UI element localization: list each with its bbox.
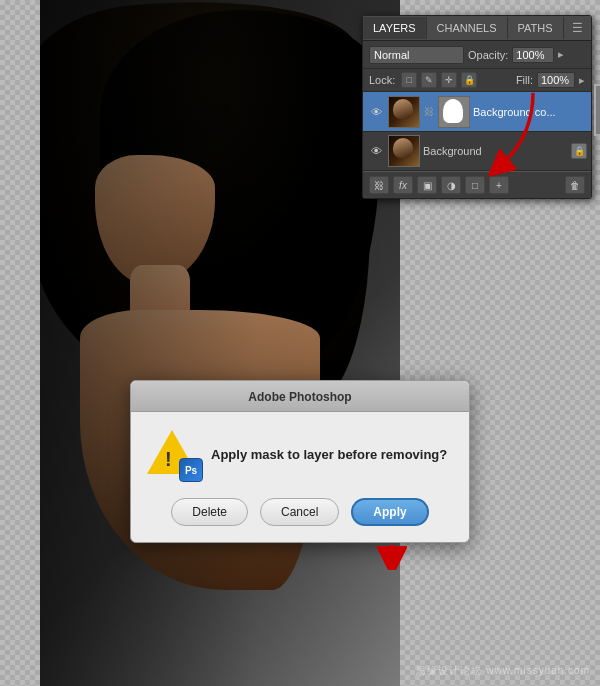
fill-label: Fill:: [516, 74, 533, 86]
lock-transparent-btn[interactable]: □: [401, 72, 417, 88]
opacity-arrow[interactable]: ▸: [558, 48, 564, 61]
adjustment-button[interactable]: ◑: [441, 176, 461, 194]
tab-channels[interactable]: CHANNELS: [427, 17, 508, 39]
opacity-row: Opacity: ▸: [468, 47, 564, 63]
fx-button[interactable]: fx: [393, 176, 413, 194]
warning-icon: Ps: [147, 430, 197, 480]
lock-fill-row: Lock: □ ✎ ✛ 🔒 Fill: ▸: [363, 69, 591, 92]
layers-panel: LAYERS CHANNELS PATHS ☰ Normal Dissolve …: [362, 15, 592, 199]
layer-mask-thumb: [438, 96, 470, 128]
layer-thumb-copy: [388, 96, 420, 128]
dialog-message: Apply mask to layer before removing?: [211, 446, 447, 464]
delete-button[interactable]: Delete: [171, 498, 248, 526]
fill-input[interactable]: [537, 72, 575, 88]
panel-menu-icon[interactable]: ☰: [564, 16, 591, 40]
photoshop-badge: Ps: [179, 458, 203, 482]
opacity-label: Opacity:: [468, 49, 508, 61]
layer-thumb-bg: [388, 135, 420, 167]
apply-button[interactable]: Apply: [351, 498, 428, 526]
dialog-box: Adobe Photoshop Ps Apply mask to layer b…: [130, 380, 470, 543]
dark-overlay: [40, 0, 400, 686]
visibility-eye-bg[interactable]: 👁: [367, 144, 385, 158]
blend-mode-wrapper: Normal Dissolve Multiply Screen Overlay: [369, 45, 464, 64]
lock-all-btn[interactable]: 🔒: [461, 72, 477, 88]
dialog-title: Adobe Photoshop: [248, 390, 351, 404]
lock-position-btn[interactable]: ✛: [441, 72, 457, 88]
blend-opacity-row: Normal Dissolve Multiply Screen Overlay …: [363, 41, 591, 69]
cancel-button[interactable]: Cancel: [260, 498, 339, 526]
layer-background[interactable]: 👁 Background 🔒: [363, 132, 591, 171]
link-button[interactable]: ⛓: [369, 176, 389, 194]
mask-button[interactable]: ▣: [417, 176, 437, 194]
dialog-buttons: Delete Cancel Apply: [131, 498, 469, 542]
fill-arrow[interactable]: ▸: [579, 74, 585, 87]
visibility-eye-copy[interactable]: 👁: [367, 105, 385, 119]
delete-layer-button[interactable]: 🗑: [565, 176, 585, 194]
lock-pixel-btn[interactable]: ✎: [421, 72, 437, 88]
chain-icon-copy[interactable]: ⛓: [423, 98, 435, 126]
watermark: 思缘设计论坛 www.missyuan.com: [416, 664, 590, 678]
photo-area: [40, 0, 400, 686]
lock-icons: □ ✎ ✛ 🔒: [401, 72, 477, 88]
big-mask-preview: [594, 84, 600, 136]
tab-layers[interactable]: LAYERS: [363, 17, 427, 39]
lock-icon-bg: 🔒: [571, 143, 587, 159]
panel-tabs: LAYERS CHANNELS PATHS ☰: [363, 16, 591, 41]
red-arrow-apply: [377, 540, 407, 574]
tab-paths[interactable]: PATHS: [508, 17, 564, 39]
layer-background-copy[interactable]: 👁 ⛓ Background co...: [363, 92, 591, 132]
layer-toolbar: ⛓ fx ▣ ◑ □ + 🗑: [363, 171, 591, 198]
dialog-body: Ps Apply mask to layer before removing?: [131, 412, 469, 498]
dialog-titlebar: Adobe Photoshop: [131, 381, 469, 412]
opacity-input[interactable]: [512, 47, 554, 63]
blend-mode-select[interactable]: Normal Dissolve Multiply Screen Overlay: [369, 46, 464, 64]
lock-label: Lock:: [369, 74, 395, 86]
fill-area: Fill: ▸: [516, 72, 585, 88]
red-arrow-layers: [478, 88, 538, 182]
